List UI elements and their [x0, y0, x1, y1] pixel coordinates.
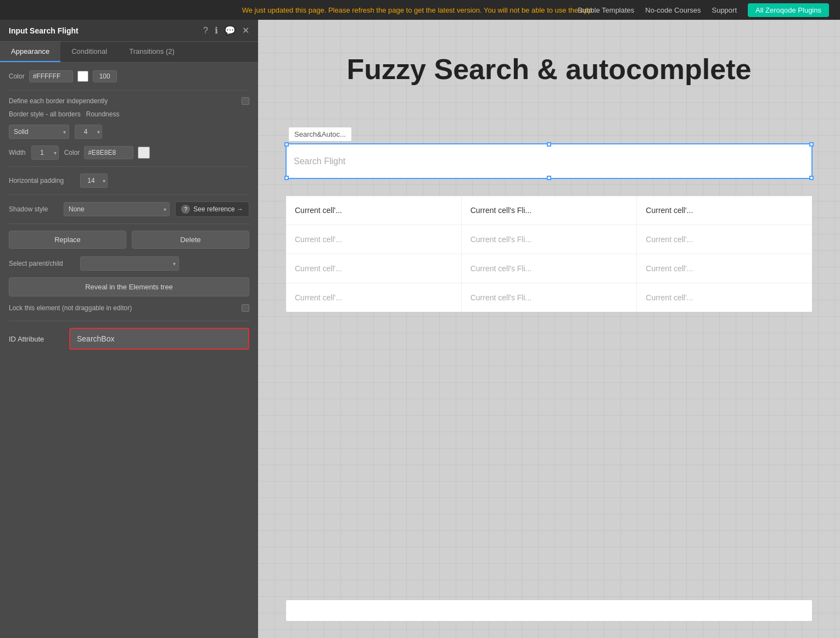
h-padding-row: Horizontal padding: [9, 174, 249, 188]
result-1-3: Current cell'...: [637, 196, 812, 225]
results-row-2: Current cell'... Current cell's Fli... C…: [286, 225, 812, 254]
selection-border: [285, 143, 813, 179]
border-color-label: Color: [64, 149, 80, 156]
result-4-3: Current cell'...: [637, 283, 812, 312]
width-input[interactable]: [31, 145, 59, 160]
close-icon[interactable]: ✕: [242, 25, 249, 36]
left-panel: Input Search Flight ? ℹ 💬 ✕ Appearance C…: [0, 20, 258, 638]
result-3-1: Current cell'...: [286, 254, 462, 283]
results-grid: Current cell'... Current cell's Fli... C…: [285, 195, 813, 312]
border-color-row: Color: [64, 146, 150, 159]
border-style-select[interactable]: Solid Dashed Dotted None: [9, 125, 69, 139]
border-section-label: Define each border independently: [9, 97, 108, 105]
color-row: Color: [9, 70, 249, 82]
comment-icon[interactable]: 💬: [225, 25, 236, 36]
parent-child-label: Select parent/child: [9, 260, 75, 267]
q-badge: ?: [181, 205, 190, 214]
border-section: Define each border independently: [9, 97, 249, 105]
border-color-input[interactable]: [84, 146, 133, 159]
color-label: Color: [9, 72, 25, 80]
result-3-3: Current cell'...: [637, 254, 812, 283]
nav-nocode-courses[interactable]: No-code Courses: [645, 6, 701, 14]
canvas-title: Fuzzy Search & autocomplete: [347, 53, 752, 86]
action-btn-row: Replace Delete: [9, 231, 249, 249]
handle-bottom-left[interactable]: [284, 176, 289, 180]
divider-5: [9, 321, 249, 321]
shadow-style-row: Shadow style None Small Medium Large ? S…: [9, 202, 249, 217]
handle-top-right[interactable]: [809, 142, 814, 147]
id-attr-input[interactable]: [69, 328, 249, 350]
h-padding-wrapper: [80, 174, 108, 188]
roundness-input[interactable]: [75, 125, 102, 139]
tab-conditional[interactable]: Conditional: [60, 42, 118, 62]
result-1-1: Current cell'...: [286, 196, 462, 225]
result-2-2: Current cell's Fli...: [462, 225, 637, 254]
h-padding-label: Horizontal padding: [9, 177, 75, 184]
nav-bubble-templates[interactable]: Bubble Templates: [578, 6, 634, 14]
handle-top-middle[interactable]: [547, 142, 551, 147]
border-style-select-wrapper: Solid Dashed Dotted None: [9, 125, 69, 139]
border-color-swatch[interactable]: [138, 147, 150, 159]
cta-button[interactable]: All Zeroqode Plugins: [748, 3, 829, 17]
lock-label: Lock this element (not draggable in edit…: [9, 304, 132, 312]
border-style-row: Border style - all borders Roundness: [9, 110, 249, 118]
roundness-wrapper: [75, 125, 102, 139]
result-2-1: Current cell'...: [286, 225, 462, 254]
tab-transitions[interactable]: Transitions (2): [118, 42, 186, 62]
tabs: Appearance Conditional Transitions (2): [0, 42, 258, 63]
shadow-select-wrapper: None Small Medium Large: [64, 202, 170, 216]
handle-bottom-middle[interactable]: [547, 176, 551, 180]
id-attr-label: ID Attribute: [9, 335, 64, 343]
see-reference-label: See reference →: [193, 205, 243, 213]
results-row-3: Current cell'... Current cell's Fli... C…: [286, 254, 812, 283]
panel-icons: ? ℹ 💬 ✕: [203, 25, 249, 36]
divider-2: [9, 166, 249, 167]
delete-button[interactable]: Delete: [132, 231, 249, 249]
top-bar-message: We just updated this page. Please refres…: [242, 6, 598, 14]
result-2-3: Current cell'...: [637, 225, 812, 254]
results-row-4: Current cell'... Current cell's Fli... C…: [286, 283, 812, 312]
help-icon[interactable]: ?: [203, 26, 208, 36]
top-bar-nav: Bubble Templates No-code Courses Support…: [578, 3, 829, 17]
result-4-2: Current cell's Fli...: [462, 283, 637, 312]
info-icon[interactable]: ℹ: [215, 25, 218, 36]
result-4-1: Current cell'...: [286, 283, 462, 312]
panel-header: Input Search Flight ? ℹ 💬 ✕: [0, 20, 258, 42]
nav-support[interactable]: Support: [712, 6, 737, 14]
see-reference-btn[interactable]: ? See reference →: [175, 202, 249, 217]
color-input[interactable]: [29, 70, 73, 82]
shadow-label: Shadow style: [9, 205, 58, 213]
result-3-2: Current cell's Fli...: [462, 254, 637, 283]
width-label: Width: [9, 149, 26, 156]
panel-title: Input Search Flight: [9, 26, 79, 35]
divider-4: [9, 223, 249, 224]
border-style-label: Border style - all borders: [9, 110, 81, 118]
parent-child-row: Select parent/child: [9, 256, 249, 271]
width-color-row: Width Color: [9, 145, 249, 160]
search-autoc-label: Search&Autoc...: [288, 127, 352, 142]
panel-content: Color Define each border independently B…: [0, 63, 258, 365]
divider-3: [9, 194, 249, 195]
reveal-button[interactable]: Reveal in the Elements tree: [9, 277, 249, 296]
lock-checkbox[interactable]: [242, 304, 249, 312]
color-opacity[interactable]: [93, 70, 117, 82]
roundness-label: Roundness: [86, 110, 152, 118]
replace-button[interactable]: Replace: [9, 231, 126, 249]
id-attr-row: ID Attribute: [9, 328, 249, 350]
handle-bottom-right[interactable]: [809, 176, 814, 180]
divider-1: [9, 90, 249, 91]
color-swatch[interactable]: [77, 71, 88, 82]
results-row-1: Current cell'... Current cell's Fli... C…: [286, 196, 812, 225]
main-canvas: Fuzzy Search & autocomplete Search&Autoc…: [258, 20, 840, 638]
border-checkbox[interactable]: [242, 97, 249, 105]
top-bar: We just updated this page. Please refres…: [0, 0, 840, 20]
border-style-inputs: Solid Dashed Dotted None: [9, 125, 249, 139]
search-flight-container[interactable]: Search Flight: [285, 143, 813, 179]
tab-appearance[interactable]: Appearance: [0, 42, 60, 62]
parent-child-select-wrapper: [80, 256, 179, 271]
parent-child-select[interactable]: [80, 256, 179, 271]
width-wrapper: [31, 145, 59, 160]
handle-top-left[interactable]: [284, 142, 289, 147]
h-padding-input[interactable]: [80, 174, 108, 188]
shadow-select[interactable]: None Small Medium Large: [64, 202, 170, 216]
